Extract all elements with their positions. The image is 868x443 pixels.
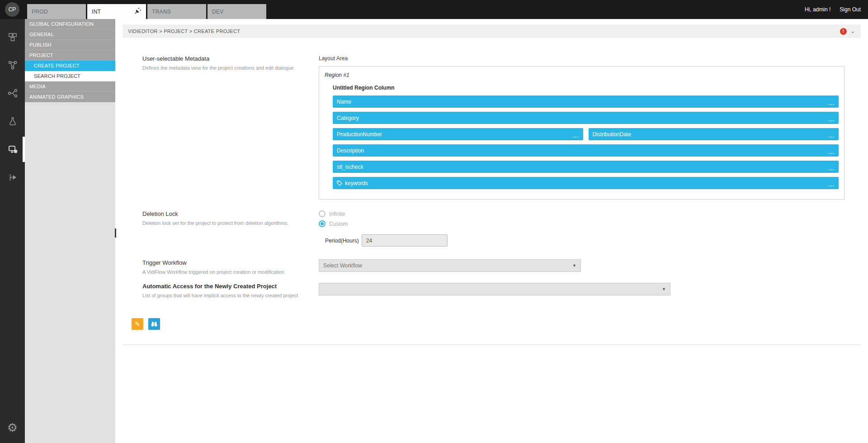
workflow-icon[interactable] [0, 56, 25, 74]
sidebar-item-label: GENERAL [29, 32, 54, 37]
sidebar-item-animated-graphics[interactable]: ANIMATED GRAPHICS [25, 92, 115, 102]
module-icon-rail: ⚙ [0, 19, 25, 443]
trigger-workflow-section: Trigger Workflow A VidiFlow Workflow tri… [142, 259, 861, 276]
sidebar-item-search-project[interactable]: SEARCH PROJECT [25, 71, 115, 81]
radio-custom-label: Custom [329, 221, 348, 227]
form-actions: ✎ [132, 318, 861, 330]
sign-out-link[interactable]: Sign Out [840, 6, 861, 13]
field-row: Description ... [333, 144, 839, 157]
field-more-icon[interactable]: ... [828, 182, 835, 187]
field-row: Name ... [333, 95, 839, 108]
breadcrumb-actions: ! ⌄ [840, 28, 855, 35]
preview-search-button[interactable] [148, 318, 160, 330]
connections-icon[interactable] [0, 84, 25, 102]
section-title: Automatic Access for the Newly Created P… [142, 283, 302, 290]
edit-button[interactable]: ✎ [132, 318, 143, 330]
app-logo[interactable]: CP [5, 2, 19, 17]
field-more-icon[interactable]: ... [828, 133, 835, 138]
auto-access-header: Automatic Access for the Newly Created P… [142, 283, 319, 299]
pencil-icon: ✎ [135, 320, 140, 328]
analysis-flask-icon[interactable] [0, 112, 25, 130]
region-title: Region #1 [325, 72, 839, 78]
radio-infinite-label: Infinite [329, 211, 345, 217]
topbar-user-area: Hi, admin ! Sign Out [805, 0, 861, 19]
layout-area-label: Layout Area [319, 55, 844, 62]
sidebar-item-label: SEARCH PROJECT [34, 73, 80, 79]
sidebar-resize-handle[interactable] [115, 229, 116, 238]
deletion-lock-header: Deletion Lock Deletion lock set for the … [142, 210, 319, 247]
period-hours-input[interactable] [362, 234, 448, 247]
metadata-field-keywords[interactable]: keywords ... [333, 177, 839, 189]
configuration-sidebar: GLOBAL CONFIGURATION GENERAL PUBLISH PRO… [25, 19, 115, 443]
tab-trans-label: TRANS [152, 9, 171, 15]
metadata-layout-area: Layout Area Region #1 Untitled Region Co… [319, 55, 844, 200]
metadata-fields: Name ... Category ... [333, 95, 839, 189]
sidebar-item-create-project[interactable]: CREATE PROJECT [25, 61, 115, 71]
field-row: stl_ischeck ... [333, 161, 839, 173]
metadata-field-name[interactable]: Name ... [333, 95, 839, 108]
access-groups-dropdown[interactable]: ▼ [319, 283, 670, 295]
metadata-field-stl-ischeck[interactable]: stl_ischeck ... [333, 161, 839, 173]
sidebar-item-label: ANIMATED GRAPHICS [29, 94, 84, 100]
region-column-title: Untitled Region Column [333, 85, 839, 91]
metadata-field-production-number[interactable]: ProductionNumber ... [333, 128, 583, 140]
main-row: ⚙ GLOBAL CONFIGURATION GENERAL PUBLISH P… [0, 19, 868, 443]
sidebar-item-general[interactable]: GENERAL [25, 29, 115, 40]
sidebar-item-global-configuration[interactable]: GLOBAL CONFIGURATION [25, 19, 115, 29]
main-content: VIDIEDITOR > PROJECT > CREATE PROJECT ! … [115, 19, 868, 443]
breadcrumb-path: VIDIEDITOR > PROJECT > CREATE PROJECT [128, 29, 240, 34]
topbar: CP PROD INT TRANS DEV Hi, admin ! Sign O… [0, 0, 868, 19]
sidebar-item-label: MEDIA [29, 84, 46, 89]
editor-config-icon[interactable] [0, 140, 25, 158]
radio-custom-control[interactable] [319, 220, 326, 227]
sidebar-item-label: GLOBAL CONFIGURATION [29, 21, 94, 27]
config-portal-app: CP PROD INT TRANS DEV Hi, admin ! Sign O… [0, 0, 868, 443]
radio-infinite-control[interactable] [319, 210, 326, 217]
metadata-field-category[interactable]: Category ... [333, 112, 839, 124]
field-more-icon[interactable]: ... [828, 117, 835, 122]
field-row: ProductionNumber ... DistributionDate ..… [333, 128, 839, 140]
field-label: keywords [345, 180, 368, 186]
period-hours-label: Period(Hours) [325, 238, 359, 244]
period-row: Period(Hours) [325, 234, 844, 247]
player-icon[interactable] [0, 168, 25, 186]
trigger-workflow-control: Select Workflow ▼ [319, 259, 844, 276]
field-row: keywords ... [333, 177, 839, 189]
tab-int-label: INT [92, 9, 101, 15]
workflow-dropdown[interactable]: Select Workflow ▼ [319, 259, 581, 272]
plug-icon [134, 7, 142, 16]
tab-dev-label: DEV [212, 9, 224, 15]
settings-gear-icon[interactable]: ⚙ [0, 419, 25, 437]
auto-access-control: ▼ [319, 283, 844, 299]
user-greeting: Hi, admin ! [805, 6, 830, 13]
field-more-icon[interactable]: ... [828, 166, 835, 171]
error-indicator-icon[interactable]: ! [840, 28, 847, 35]
sidebar-item-label: PUBLISH [29, 42, 51, 48]
field-label: Category [337, 115, 359, 121]
modules-icon[interactable] [0, 28, 25, 46]
field-more-icon[interactable]: ... [828, 100, 835, 106]
sidebar-item-publish[interactable]: PUBLISH [25, 40, 115, 50]
layout-region-box: Region #1 Untitled Region Column Name ..… [319, 66, 844, 200]
field-more-icon[interactable]: ... [828, 149, 835, 155]
tab-prod-label: PROD [32, 9, 48, 15]
sidebar-item-project[interactable]: PROJECT [25, 50, 115, 61]
metadata-section-header: User-selectable Metadata Defines the met… [142, 55, 319, 200]
radio-custom[interactable]: Custom [319, 220, 844, 227]
tab-prod[interactable]: PROD [27, 4, 86, 19]
tab-trans[interactable]: TRANS [147, 4, 206, 19]
tab-dev[interactable]: DEV [208, 4, 266, 19]
field-more-icon[interactable]: ... [573, 133, 579, 138]
metadata-field-distribution-date[interactable]: DistributionDate ... [589, 128, 839, 140]
tab-int[interactable]: INT [87, 4, 146, 19]
environment-tabs: PROD INT TRANS DEV [27, 4, 266, 19]
radio-infinite[interactable]: Infinite [319, 210, 844, 217]
field-label: Description [337, 148, 364, 154]
trigger-workflow-header: Trigger Workflow A VidiFlow Workflow tri… [142, 259, 319, 276]
sidebar-item-media[interactable]: MEDIA [25, 81, 115, 92]
workflow-dropdown-value: Select Workflow [323, 262, 362, 269]
chevron-down-icon[interactable]: ⌄ [850, 29, 855, 33]
section-title: Deletion Lock [142, 210, 302, 217]
section-description: Defines the metadata view for the projec… [142, 65, 302, 71]
metadata-field-description[interactable]: Description ... [333, 144, 839, 157]
